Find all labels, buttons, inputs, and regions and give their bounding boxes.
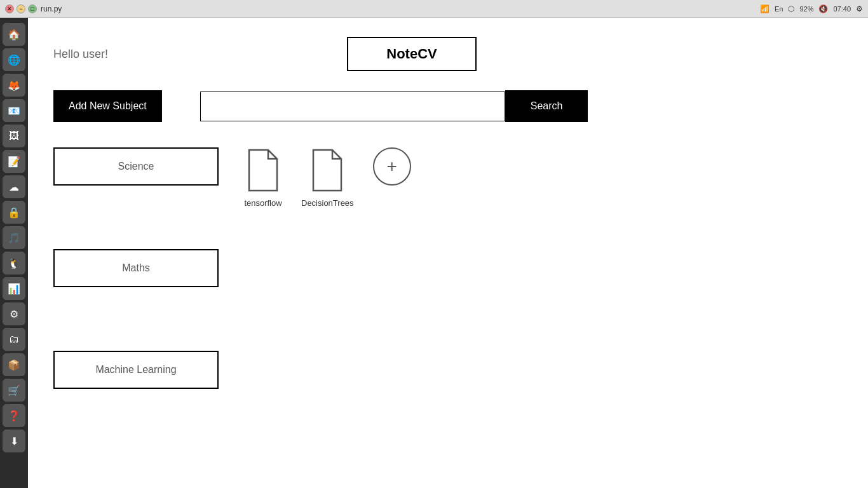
taskbar-icon-firefox[interactable]: 🦊	[3, 74, 25, 97]
add-note-item[interactable]: +	[373, 147, 411, 186]
close-button[interactable]: ✕	[5, 4, 14, 13]
minimize-button[interactable]: −	[17, 4, 25, 13]
taskbar-icon-settings[interactable]: ⚙	[3, 302, 25, 325]
note-file-icon	[244, 147, 282, 193]
search-button[interactable]: Search	[505, 90, 588, 122]
subject-item-science[interactable]: Science	[53, 147, 219, 186]
toolbar-row: Add New Subject Search	[53, 90, 843, 122]
note-label-decisiontrees: DecisionTrees	[301, 198, 354, 208]
notes-area: tensorflow DecisionTrees +	[219, 147, 843, 478]
lang-indicator: En	[775, 5, 783, 13]
taskbar-icon-files[interactable]: 🗂	[3, 328, 25, 351]
taskbar-icon-notes[interactable]: 📝	[3, 150, 25, 173]
note-item-tensorflow[interactable]: tensorflow	[244, 147, 282, 208]
taskbar-icon-music[interactable]: 🎵	[3, 226, 25, 249]
title-bar-right: 📶 En ⬡ 92% 🔇 07:40 ⚙	[760, 4, 863, 13]
note-label-tensorflow: tensorflow	[244, 198, 281, 208]
title-bar: ✕ − □ run.py 📶 En ⬡ 92% 🔇 07:40 ⚙	[0, 0, 868, 18]
note-item-decisiontrees[interactable]: DecisionTrees	[301, 147, 354, 208]
window-title: run.py	[41, 4, 62, 13]
title-bar-left: ✕ − □ run.py	[5, 4, 62, 13]
maximize-button[interactable]: □	[28, 4, 37, 13]
content-row: Science Maths Machine Learning tens	[53, 147, 843, 478]
notes-grid: tensorflow DecisionTrees +	[244, 147, 817, 208]
clock: 07:40	[833, 5, 851, 13]
taskbar: 🏠 🌐 🦊 📧 🖼 📝 ☁ 🔒 🎵 🐧 📊 ⚙ 🗂 📦 🛒 ❓ ⬇	[0, 18, 28, 488]
taskbar-icon-browser[interactable]: 🌐	[3, 48, 25, 71]
greeting-text: Hello user!	[53, 48, 108, 61]
subjects-sidebar: Science Maths Machine Learning	[53, 147, 219, 478]
taskbar-icon-security[interactable]: 🔒	[3, 201, 25, 224]
volume-icon: 🔇	[818, 4, 828, 13]
subject-item-machine-learning[interactable]: Machine Learning	[53, 351, 219, 389]
header-row: Hello user! NoteCV	[53, 37, 843, 71]
taskbar-icon-packages[interactable]: 📦	[3, 353, 25, 376]
taskbar-icon-download[interactable]: ⬇	[3, 430, 25, 452]
note-file-icon-2	[308, 147, 346, 193]
bluetooth-icon: ⬡	[788, 4, 794, 13]
settings-icon: ⚙	[856, 4, 863, 13]
search-input[interactable]	[200, 92, 505, 121]
main-content: Hello user! NoteCV Add New Subject Searc…	[28, 18, 868, 488]
taskbar-icon-mail[interactable]: 📧	[3, 99, 25, 122]
taskbar-icon-cloud[interactable]: ☁	[3, 175, 25, 198]
add-note-button[interactable]: +	[373, 147, 411, 186]
window-controls[interactable]: ✕ − □	[5, 4, 37, 13]
taskbar-icon-store[interactable]: 🛒	[3, 379, 25, 402]
taskbar-icon-chart[interactable]: 📊	[3, 277, 25, 300]
app-title: NoteCV	[347, 37, 476, 71]
taskbar-icon-help[interactable]: ❓	[3, 404, 25, 427]
taskbar-icon-linux[interactable]: 🐧	[3, 252, 25, 274]
subject-item-maths[interactable]: Maths	[53, 249, 219, 287]
battery-status: 92%	[799, 5, 813, 13]
wifi-icon: 📶	[760, 4, 770, 13]
plus-icon: +	[386, 158, 397, 175]
taskbar-icon-image[interactable]: 🖼	[3, 125, 25, 147]
add-subject-button[interactable]: Add New Subject	[53, 90, 162, 122]
taskbar-icon-home[interactable]: 🏠	[3, 23, 25, 46]
